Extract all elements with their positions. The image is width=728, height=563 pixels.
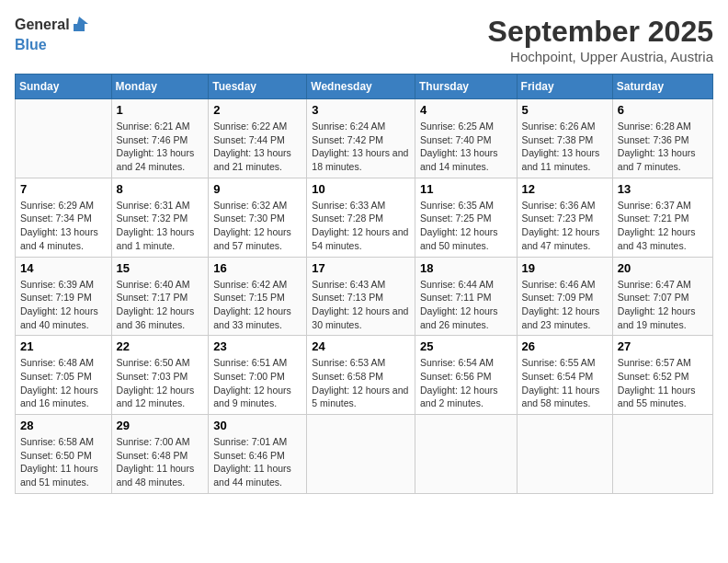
week-row-4: 21 Sunrise: 6:48 AMSunset: 7:05 PMDaylig…	[16, 336, 713, 415]
calendar-cell: 9 Sunrise: 6:32 AMSunset: 7:30 PMDayligh…	[209, 178, 307, 257]
day-number: 9	[213, 182, 301, 196]
day-number: 10	[312, 182, 410, 196]
calendar-cell: 16 Sunrise: 6:42 AMSunset: 7:15 PMDaylig…	[209, 257, 307, 336]
day-info: Sunrise: 6:50 AMSunset: 7:03 PMDaylight:…	[117, 356, 204, 410]
calendar-cell: 18 Sunrise: 6:44 AMSunset: 7:11 PMDaylig…	[415, 257, 517, 336]
day-number: 4	[420, 103, 512, 117]
day-number: 25	[420, 339, 512, 353]
calendar-cell	[307, 415, 415, 494]
day-info: Sunrise: 6:58 AMSunset: 6:50 PMDaylight:…	[20, 435, 107, 489]
day-number: 13	[618, 182, 708, 196]
day-number: 15	[117, 261, 204, 275]
header: General Blue September 2025 Hochpoint, U…	[15, 15, 713, 64]
day-number: 1	[117, 103, 204, 117]
day-info: Sunrise: 6:39 AMSunset: 7:19 PMDaylight:…	[20, 278, 107, 332]
calendar-cell: 17 Sunrise: 6:43 AMSunset: 7:13 PMDaylig…	[307, 257, 415, 336]
calendar-cell: 8 Sunrise: 6:31 AMSunset: 7:32 PMDayligh…	[111, 178, 209, 257]
day-number: 14	[20, 261, 107, 275]
day-info: Sunrise: 6:31 AMSunset: 7:32 PMDaylight:…	[117, 199, 204, 253]
weekday-header-tuesday: Tuesday	[209, 75, 307, 99]
calendar-cell: 6 Sunrise: 6:28 AMSunset: 7:36 PMDayligh…	[612, 99, 712, 178]
weekday-header-friday: Friday	[517, 75, 612, 99]
day-info: Sunrise: 6:46 AMSunset: 7:09 PMDaylight:…	[522, 278, 608, 332]
day-info: Sunrise: 6:25 AMSunset: 7:40 PMDaylight:…	[420, 120, 512, 174]
day-number: 24	[312, 339, 410, 353]
weekday-header-thursday: Thursday	[415, 75, 517, 99]
day-info: Sunrise: 6:48 AMSunset: 7:05 PMDaylight:…	[20, 356, 107, 410]
logo-arrow-icon	[72, 15, 90, 33]
logo-general: General	[15, 15, 90, 37]
day-info: Sunrise: 6:44 AMSunset: 7:11 PMDaylight:…	[420, 278, 512, 332]
calendar-cell: 27 Sunrise: 6:57 AMSunset: 6:52 PMDaylig…	[612, 336, 712, 415]
day-number: 21	[20, 339, 107, 353]
day-info: Sunrise: 7:01 AMSunset: 6:46 PMDaylight:…	[213, 435, 301, 489]
day-number: 2	[213, 103, 301, 117]
day-info: Sunrise: 6:42 AMSunset: 7:15 PMDaylight:…	[213, 278, 301, 332]
day-info: Sunrise: 6:33 AMSunset: 7:28 PMDaylight:…	[312, 199, 410, 253]
calendar-cell	[415, 415, 517, 494]
day-info: Sunrise: 6:32 AMSunset: 7:30 PMDaylight:…	[213, 199, 301, 253]
calendar-cell: 5 Sunrise: 6:26 AMSunset: 7:38 PMDayligh…	[517, 99, 612, 178]
day-info: Sunrise: 6:54 AMSunset: 6:56 PMDaylight:…	[420, 356, 512, 410]
calendar-cell	[16, 99, 112, 178]
day-number: 17	[312, 261, 410, 275]
day-info: Sunrise: 6:36 AMSunset: 7:23 PMDaylight:…	[522, 199, 608, 253]
calendar-cell: 19 Sunrise: 6:46 AMSunset: 7:09 PMDaylig…	[517, 257, 612, 336]
day-info: Sunrise: 6:53 AMSunset: 6:58 PMDaylight:…	[312, 356, 410, 410]
day-info: Sunrise: 6:51 AMSunset: 7:00 PMDaylight:…	[213, 356, 301, 410]
day-info: Sunrise: 6:57 AMSunset: 6:52 PMDaylight:…	[618, 356, 708, 410]
day-info: Sunrise: 6:40 AMSunset: 7:17 PMDaylight:…	[117, 278, 204, 332]
calendar-cell	[517, 415, 612, 494]
day-number: 28	[20, 419, 107, 432]
calendar-cell	[612, 415, 712, 494]
calendar-cell: 14 Sunrise: 6:39 AMSunset: 7:19 PMDaylig…	[16, 257, 112, 336]
day-info: Sunrise: 6:47 AMSunset: 7:07 PMDaylight:…	[618, 278, 708, 332]
day-number: 3	[312, 103, 410, 117]
calendar-cell: 24 Sunrise: 6:53 AMSunset: 6:58 PMDaylig…	[307, 336, 415, 415]
day-number: 18	[420, 261, 512, 275]
week-row-5: 28 Sunrise: 6:58 AMSunset: 6:50 PMDaylig…	[16, 415, 713, 494]
weekday-header-sunday: Sunday	[16, 75, 112, 99]
calendar-cell: 3 Sunrise: 6:24 AMSunset: 7:42 PMDayligh…	[307, 99, 415, 178]
day-number: 5	[522, 103, 608, 117]
day-number: 27	[618, 339, 708, 353]
day-number: 8	[117, 182, 204, 196]
calendar-cell: 29 Sunrise: 7:00 AMSunset: 6:48 PMDaylig…	[111, 415, 209, 494]
calendar-cell: 7 Sunrise: 6:29 AMSunset: 7:34 PMDayligh…	[16, 178, 112, 257]
day-info: Sunrise: 6:37 AMSunset: 7:21 PMDaylight:…	[618, 199, 708, 253]
day-info: Sunrise: 6:29 AMSunset: 7:34 PMDaylight:…	[20, 199, 107, 253]
day-info: Sunrise: 6:35 AMSunset: 7:25 PMDaylight:…	[420, 199, 512, 253]
day-info: Sunrise: 6:24 AMSunset: 7:42 PMDaylight:…	[312, 120, 410, 174]
calendar-cell: 20 Sunrise: 6:47 AMSunset: 7:07 PMDaylig…	[612, 257, 712, 336]
day-number: 19	[522, 261, 608, 275]
calendar-cell: 15 Sunrise: 6:40 AMSunset: 7:17 PMDaylig…	[111, 257, 209, 336]
day-info: Sunrise: 6:28 AMSunset: 7:36 PMDaylight:…	[618, 120, 708, 174]
day-info: Sunrise: 6:55 AMSunset: 6:54 PMDaylight:…	[522, 356, 608, 410]
day-number: 23	[213, 339, 301, 353]
day-number: 26	[522, 339, 608, 353]
day-number: 11	[420, 182, 512, 196]
calendar-cell: 28 Sunrise: 6:58 AMSunset: 6:50 PMDaylig…	[16, 415, 112, 494]
title-area: September 2025 Hochpoint, Upper Austria,…	[488, 15, 713, 64]
calendar-table: SundayMondayTuesdayWednesdayThursdayFrid…	[15, 74, 713, 494]
calendar-cell: 11 Sunrise: 6:35 AMSunset: 7:25 PMDaylig…	[415, 178, 517, 257]
day-number: 16	[213, 261, 301, 275]
weekday-header-monday: Monday	[111, 75, 209, 99]
weekday-header-wednesday: Wednesday	[307, 75, 415, 99]
logo-blue: Blue	[15, 37, 90, 53]
weekday-header-saturday: Saturday	[612, 75, 712, 99]
calendar-cell: 2 Sunrise: 6:22 AMSunset: 7:44 PMDayligh…	[209, 99, 307, 178]
day-number: 12	[522, 182, 608, 196]
calendar-cell: 13 Sunrise: 6:37 AMSunset: 7:21 PMDaylig…	[612, 178, 712, 257]
calendar-cell: 4 Sunrise: 6:25 AMSunset: 7:40 PMDayligh…	[415, 99, 517, 178]
location-title: Hochpoint, Upper Austria, Austria	[488, 49, 713, 64]
day-number: 20	[618, 261, 708, 275]
calendar-cell: 10 Sunrise: 6:33 AMSunset: 7:28 PMDaylig…	[307, 178, 415, 257]
weekday-header-row: SundayMondayTuesdayWednesdayThursdayFrid…	[16, 75, 713, 99]
day-number: 30	[213, 419, 301, 432]
logo: General Blue	[15, 15, 90, 52]
week-row-1: 1 Sunrise: 6:21 AMSunset: 7:46 PMDayligh…	[16, 99, 713, 178]
calendar-cell: 30 Sunrise: 7:01 AMSunset: 6:46 PMDaylig…	[209, 415, 307, 494]
day-info: Sunrise: 6:26 AMSunset: 7:38 PMDaylight:…	[522, 120, 608, 174]
day-number: 6	[618, 103, 708, 117]
